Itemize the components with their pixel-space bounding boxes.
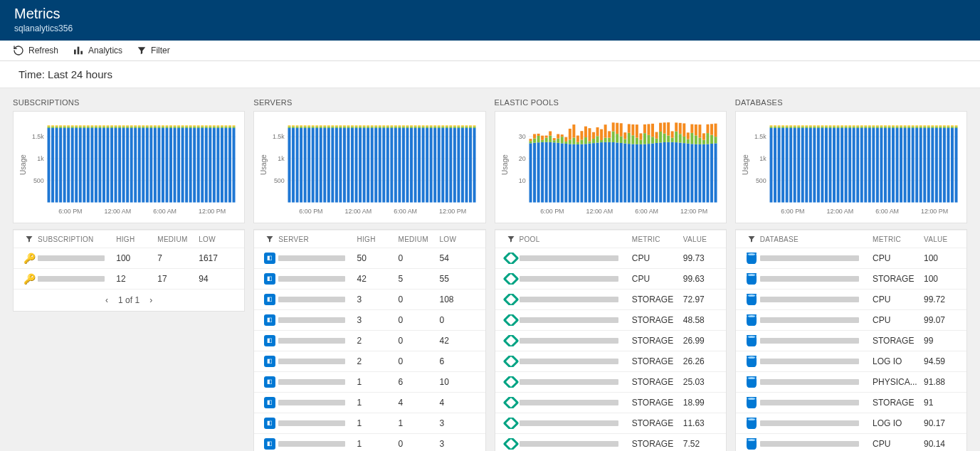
svg-rect-23 xyxy=(63,125,66,127)
refresh-button[interactable]: Refresh xyxy=(13,45,58,56)
table-body: 🔑10071617🔑121794 xyxy=(14,248,244,289)
svg-rect-192 xyxy=(324,125,327,127)
col-value[interactable]: VALUE xyxy=(683,235,719,243)
table-row[interactable]: STORAGE26.26 xyxy=(495,351,726,371)
svg-rect-10 xyxy=(48,127,51,128)
svg-rect-492 xyxy=(797,128,800,203)
table-row[interactable]: 1610 xyxy=(254,371,485,392)
table-row[interactable]: STORAGE25.03 xyxy=(495,371,726,392)
time-range[interactable]: Time: Last 24 hours xyxy=(0,61,980,88)
table-row[interactable]: 42555 xyxy=(254,268,485,289)
col-low[interactable]: LOW xyxy=(196,235,237,243)
filter-column-icon[interactable] xyxy=(21,235,38,243)
col-medium[interactable]: MEDIUM xyxy=(396,235,437,243)
table-row[interactable]: PHYSICA...91.88 xyxy=(736,371,966,392)
col-metric[interactable]: METRIC xyxy=(632,235,683,243)
table-row[interactable]: STORAGE48.58 xyxy=(495,309,726,330)
table-row[interactable]: STORAGE18.99 xyxy=(495,392,726,413)
svg-rect-392 xyxy=(627,144,630,202)
redacted-name xyxy=(760,276,859,282)
table-row[interactable]: STORAGE91 xyxy=(736,392,966,413)
svg-rect-136 xyxy=(213,127,216,128)
svg-rect-494 xyxy=(797,125,800,127)
row-name xyxy=(520,359,632,364)
redacted-name xyxy=(38,255,105,261)
table-row[interactable]: STORAGE100 xyxy=(736,268,966,289)
row-value: 99.63 xyxy=(683,274,719,284)
svg-rect-460 xyxy=(714,124,717,137)
table-row[interactable]: CPU99.07 xyxy=(736,309,966,330)
col-high[interactable]: HIGH xyxy=(113,235,154,243)
table-row[interactable]: STORAGE26.99 xyxy=(495,330,726,351)
svg-rect-79 xyxy=(138,127,141,128)
col-medium[interactable]: MEDIUM xyxy=(154,235,196,243)
svg-rect-230 xyxy=(374,127,377,128)
svg-rect-423 xyxy=(667,136,670,142)
table-row[interactable]: CPU90.14 xyxy=(736,433,966,451)
svg-rect-278 xyxy=(438,127,441,128)
filter-button[interactable]: Filter xyxy=(137,46,170,55)
filter-column-icon[interactable] xyxy=(502,235,520,243)
svg-rect-46 xyxy=(95,127,98,128)
col-server[interactable]: SERVER xyxy=(278,235,354,243)
table-row[interactable]: CPU100 xyxy=(736,248,966,268)
row-high: 1 xyxy=(354,377,396,387)
svg-rect-454 xyxy=(706,124,709,133)
svg-rect-266 xyxy=(422,127,425,128)
svg-rect-271 xyxy=(430,128,433,203)
svg-rect-44 xyxy=(90,125,93,127)
svg-rect-338 xyxy=(557,143,559,203)
col-low[interactable]: LOW xyxy=(437,235,478,243)
chart-card-pools: Usage 1020306:00 PM12:00 AM6:00 AM12:00 … xyxy=(495,111,727,223)
table-row[interactable]: LOG IO90.17 xyxy=(736,413,966,433)
table-row[interactable]: 103 xyxy=(254,433,485,451)
table-row[interactable]: 30108 xyxy=(254,289,485,309)
table-row[interactable]: 300 xyxy=(254,309,485,330)
svg-rect-280 xyxy=(442,128,445,203)
table-row[interactable]: CPU99.73 xyxy=(495,248,726,268)
svg-rect-327 xyxy=(541,140,544,142)
table-pools: POOL METRIC VALUE CPU99.73CPU99.63STORAG… xyxy=(495,229,727,451)
table-row[interactable]: 113 xyxy=(254,413,485,433)
table-row[interactable]: STORAGE99 xyxy=(736,330,966,351)
svg-rect-318 xyxy=(529,141,532,143)
svg-rect-395 xyxy=(631,144,634,203)
svg-rect-191 xyxy=(324,127,327,128)
table-row[interactable]: STORAGE11.63 xyxy=(495,413,726,433)
analytics-button[interactable]: Analytics xyxy=(73,45,122,56)
svg-rect-356 xyxy=(580,144,583,203)
pager-next-icon[interactable]: › xyxy=(149,295,152,305)
col-database[interactable]: DATABASE xyxy=(760,235,873,243)
table-row[interactable]: 🔑121794 xyxy=(14,268,244,289)
row-low: 54 xyxy=(437,253,478,263)
col-value[interactable]: VALUE xyxy=(924,235,959,243)
svg-rect-151 xyxy=(233,127,236,128)
filter-column-icon[interactable] xyxy=(743,235,760,243)
col-pool[interactable]: POOL xyxy=(520,235,632,243)
table-row[interactable]: 2042 xyxy=(254,330,485,351)
col-high[interactable]: HIGH xyxy=(354,235,396,243)
col-subscription[interactable]: SUBSCRIPTION xyxy=(38,235,113,243)
database-icon xyxy=(747,418,757,429)
svg-text:1k: 1k xyxy=(37,155,44,162)
table-row[interactable]: CPU99.72 xyxy=(736,289,966,309)
table-row[interactable]: 🔑10071617 xyxy=(14,248,244,268)
filter-column-icon[interactable] xyxy=(261,235,278,243)
table-row[interactable]: 144 xyxy=(254,392,485,413)
pager-prev-icon[interactable]: ‹ xyxy=(105,295,108,305)
svg-rect-452 xyxy=(706,144,709,202)
svg-rect-542 xyxy=(860,125,863,127)
svg-rect-101 xyxy=(165,125,168,127)
table-row[interactable]: STORAGE7.52 xyxy=(495,433,726,451)
svg-rect-483 xyxy=(785,128,788,203)
table-row[interactable]: STORAGE72.97 xyxy=(495,289,726,309)
table-row[interactable]: LOG IO94.59 xyxy=(736,351,966,371)
svg-rect-425 xyxy=(670,142,673,203)
col-metric[interactable]: METRIC xyxy=(873,235,924,243)
svg-rect-576 xyxy=(907,128,910,203)
table-row[interactable]: 206 xyxy=(254,351,485,371)
svg-rect-493 xyxy=(797,127,800,128)
row-value: 11.63 xyxy=(683,418,719,428)
table-row[interactable]: 50054 xyxy=(254,248,485,268)
table-row[interactable]: CPU99.63 xyxy=(495,268,726,289)
